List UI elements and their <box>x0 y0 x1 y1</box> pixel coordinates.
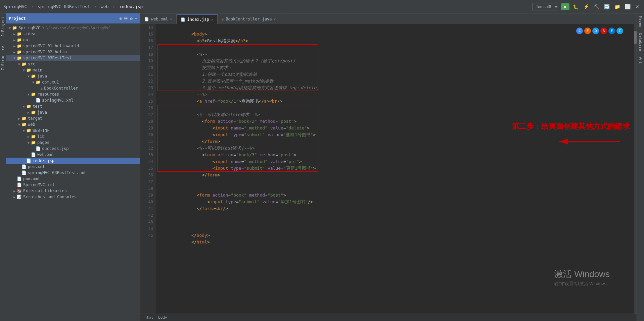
pages-folder-icon: 📁 <box>31 140 36 145</box>
locate-icon[interactable]: ⊕ <box>120 16 122 21</box>
tree-lib[interactable]: ▶ 📁 lib <box>6 133 140 140</box>
tab-structure[interactable]: Z:Structure <box>0 45 6 72</box>
tree-web-xml-webinf[interactable]: ▶ 📄 web.xml <box>6 152 140 158</box>
tree-java-test[interactable]: ▶ 📁 java <box>6 109 140 115</box>
tree-mvc02[interactable]: ▶ 📁 springMVC-02-hello <box>6 49 140 55</box>
com-xu1-folder-icon: 📁 <box>36 80 41 85</box>
settings-icon[interactable]: ⚙ <box>130 16 133 21</box>
tree-bookcontroller[interactable]: ▶ ☕ BookController <box>6 85 140 91</box>
tab-bookcontroller[interactable]: ☕ BookController.java × <box>218 14 280 24</box>
code-line-41 <box>160 205 633 212</box>
web-xml-tab-label: web.xml <box>151 17 168 21</box>
tree-lib-label: lib <box>37 134 45 139</box>
tab-index-jsp[interactable]: 📄 index.jsp × <box>177 14 218 24</box>
firefox-icon[interactable]: F <box>584 28 591 34</box>
debug-button[interactable]: 🐛 <box>571 3 580 10</box>
tree-mvc01[interactable]: ▶ 📁 springMVC-01-helloworld <box>6 43 140 49</box>
vertical-scrollbar[interactable] <box>634 24 637 314</box>
code-line-17: <%-- <box>160 44 633 51</box>
code-line-21: 2.表单项中携带一个_method的参数 <box>160 71 633 78</box>
file-manager-button[interactable]: 📁 <box>613 3 622 10</box>
code-line-42 <box>160 212 633 219</box>
build-button[interactable]: 🔨 <box>592 3 601 10</box>
code-line-23: --%> <box>160 85 633 91</box>
code-line-45: </html> <box>160 232 633 239</box>
main-layout: 1:Project Z:Structure Project ⊕ ☰ ⚙ − ▼ … <box>0 13 644 321</box>
tree-iml-module[interactable]: ▶ 📄 springMVC-03RestTest.iml <box>6 170 140 176</box>
code-line-35: </form> <box>160 165 633 172</box>
bookcontroller-tab-close[interactable]: × <box>274 17 276 21</box>
tree-idea[interactable]: ▶ 📁 .idea <box>6 31 140 37</box>
code-line-25 <box>160 98 633 105</box>
project-panel: Project ⊕ ☰ ⚙ − ▼ 📁 SpringMVC D:\Java\ss… <box>6 13 140 321</box>
ie-icon[interactable]: I <box>616 28 623 34</box>
web-xml-tab-close[interactable]: × <box>170 17 172 21</box>
tree-springmvc-xml[interactable]: ▶ 📄 springMVC.xml <box>6 97 140 103</box>
code-line-36 <box>160 172 633 178</box>
ant-tab[interactable]: Ant <box>638 54 643 66</box>
tree-mvc03[interactable]: ▼ 📁 springMVC-03RestTest <box>6 55 140 61</box>
tree-root[interactable]: ▼ 📁 SpringMVC D:\Java\ssm\SpringMVC\Spri… <box>6 25 140 31</box>
opera-icon[interactable]: O <box>592 28 599 34</box>
breadcrumb-file[interactable]: index.jsp <box>119 4 143 9</box>
tree-pom-xml-root-label: pom.xml <box>23 176 40 181</box>
index-jsp-tab-close[interactable]: × <box>211 18 213 21</box>
tree-index-jsp[interactable]: ▶ 📄 index.jsp <box>6 158 140 164</box>
right-sidebar: Maven Database Ant <box>637 13 644 321</box>
code-line-40: </form><br/> <box>160 199 633 205</box>
safari-icon[interactable]: S <box>600 28 607 34</box>
success-jsp-icon: 📄 <box>36 146 41 151</box>
mvc01-folder-icon: 📁 <box>17 44 22 48</box>
tree-webinf[interactable]: ▼ 📁 WEB-INF <box>6 127 140 133</box>
breadcrumb-springmvc[interactable]: SpringMVC <box>3 4 27 9</box>
webinf-folder-icon: 📁 <box>26 128 31 133</box>
tree-java-main[interactable]: ▼ 📁 java <box>6 73 140 79</box>
tree-src-label: src <box>28 62 35 66</box>
maven-tab[interactable]: Maven <box>638 13 643 30</box>
close-button[interactable]: ✕ <box>634 3 641 10</box>
code-editor[interactable]: 14 15 16 17 18 19 20 21 22 23 24 25 26 2… <box>140 24 637 314</box>
database-tab[interactable]: Database <box>638 31 643 54</box>
index-jsp-icon: 📄 <box>26 158 31 163</box>
tree-web[interactable]: ▼ 📁 web <box>6 121 140 127</box>
tree-springmvc-iml[interactable]: ▶ 📄 SpringMVC.iml <box>6 182 140 188</box>
tree-scratches[interactable]: ▶ 📝 Scratches and Consoles <box>6 194 140 200</box>
tree-out[interactable]: ▶ 📁 out <box>6 37 140 43</box>
tree-external-libs[interactable]: ▶ 📚 External Libraries <box>6 188 140 194</box>
tree-target[interactable]: ▶ 📁 target <box>6 115 140 121</box>
tomcat-selector[interactable]: Tomcat8 <box>532 3 559 10</box>
tree-test[interactable]: ▼ 📁 test <box>6 103 140 109</box>
pom-xml-module-icon: 📄 <box>21 164 27 169</box>
tree-main[interactable]: ▼ 📁 main <box>6 67 140 73</box>
tree-com-xu1[interactable]: ▼ 📁 com.xu1 <box>6 79 140 85</box>
scrollbar-thumb[interactable] <box>634 31 637 44</box>
run-button[interactable]: ▶ <box>561 3 569 10</box>
tree-success-jsp[interactable]: ▶ 📄 success.jsp <box>6 146 140 152</box>
tree-pages[interactable]: ▼ 📁 pages <box>6 140 140 146</box>
maximize-button[interactable]: ⬜ <box>624 3 632 10</box>
close-panel-icon[interactable]: − <box>135 16 137 21</box>
tree-pom-xml-module[interactable]: ▶ 📄 pom.xml <box>6 164 140 170</box>
profile-button[interactable]: ⚡ <box>582 3 590 10</box>
index-jsp-tab-icon: 📄 <box>181 17 185 22</box>
breadcrumb-module[interactable]: springMVC-03RestTest <box>38 4 90 9</box>
code-line-34: <input type="submit" value="更新1号图书"> <box>160 158 633 165</box>
tree-pages-label: pages <box>37 140 49 145</box>
tree-pom-xml-root[interactable]: ▶ 📄 pom.xml <box>6 176 140 182</box>
resources-folder-icon: 📁 <box>31 92 36 97</box>
update-button[interactable]: 🔄 <box>603 3 611 10</box>
tab-web-xml[interactable]: 📄 web.xml × <box>140 14 177 24</box>
chrome-icon[interactable]: C <box>576 28 583 34</box>
tree-springmvc-xml-label: springMVC.xml <box>42 98 74 103</box>
breadcrumb-web[interactable]: web <box>101 4 108 9</box>
edge-icon[interactable]: E <box>608 28 615 34</box>
tree-src[interactable]: ▼ 📁 src <box>6 61 140 67</box>
tree-resources[interactable]: ▼ 📁 resources <box>6 91 140 97</box>
tree-web-label: web <box>28 122 35 127</box>
tree-root-path: D:\Java\ssm\SpringMVC\SpringMVC <box>42 26 110 30</box>
project-tree: ▼ 📁 SpringMVC D:\Java\ssm\SpringMVC\Spri… <box>6 23 140 321</box>
code-line-15: <h3>Rest风格探索</h3> <box>160 31 633 38</box>
code-content[interactable]: <body> <h3>Rest风格探索</h3> <%-- <box>156 24 637 314</box>
collapse-icon[interactable]: ☰ <box>124 16 128 21</box>
tab-project[interactable]: 1:Project <box>0 15 6 38</box>
